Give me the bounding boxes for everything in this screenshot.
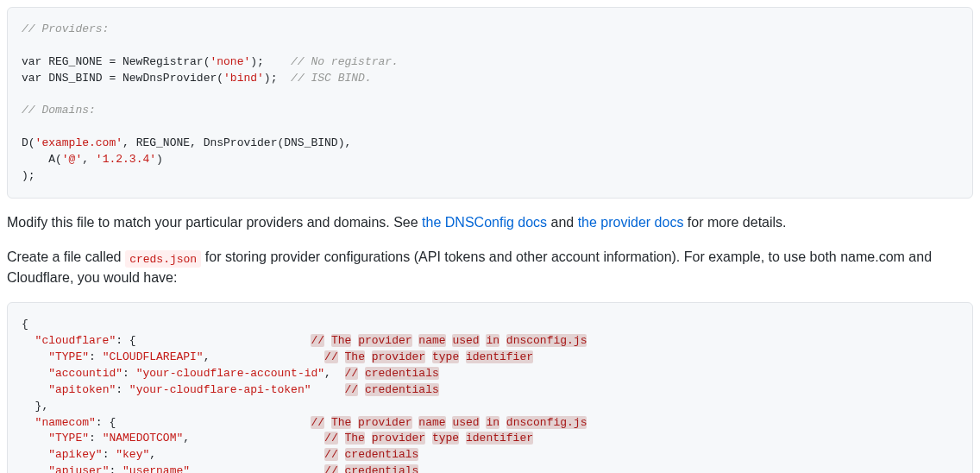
inline-code-creds-json: creds.json: [125, 250, 201, 268]
paragraph-modify: Modify this file to match your particula…: [7, 212, 973, 233]
link-dnsconfig-docs[interactable]: the DNSConfig docs: [422, 215, 547, 230]
link-provider-docs[interactable]: the provider docs: [578, 215, 684, 230]
code-block-creds: { "cloudflare": { // The provider name u…: [7, 302, 973, 473]
paragraph-creds: Create a file called creds.json for stor…: [7, 247, 973, 288]
code-block-dnsconfig: // Providers: var REG_NONE = NewRegistra…: [7, 7, 973, 199]
